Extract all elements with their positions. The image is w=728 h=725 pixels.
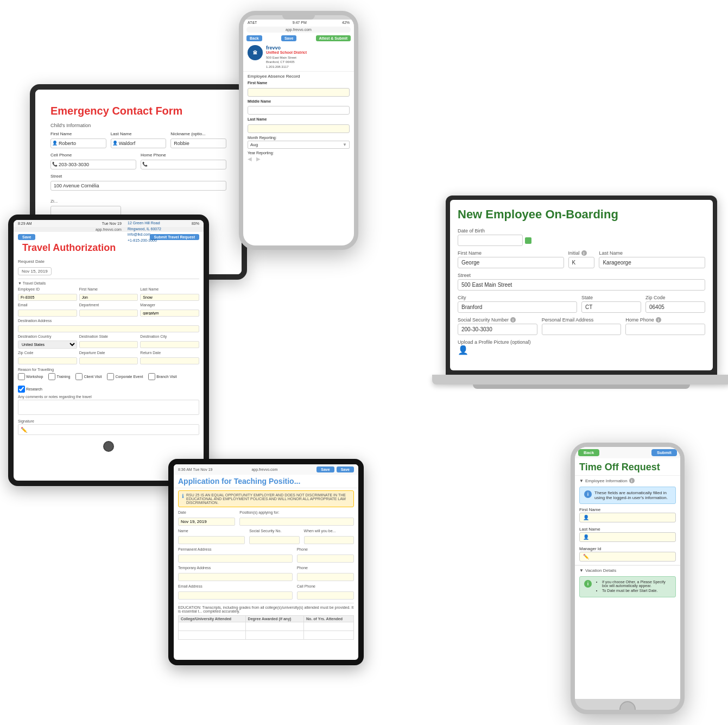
teach-callphone-label: Call Phone bbox=[297, 584, 354, 588]
travel-dept-label: Department bbox=[79, 303, 138, 307]
timeoff-fn-input[interactable]: 👤 bbox=[579, 513, 676, 522]
teaching-save2[interactable]: Save bbox=[337, 466, 354, 472]
city-label-ob: City bbox=[458, 295, 577, 300]
travel-save-btn[interactable]: Save bbox=[18, 234, 35, 240]
return-label: Return Date bbox=[140, 351, 199, 355]
travel-title: Travel Authorization bbox=[18, 242, 123, 254]
phone-home-button[interactable] bbox=[619, 701, 636, 714]
travel-ln-input[interactable] bbox=[140, 294, 199, 301]
dob-label: Date of Birth bbox=[458, 228, 555, 234]
dest-city-input[interactable] bbox=[140, 341, 199, 348]
laptop-base-bottom bbox=[473, 384, 690, 389]
cb-workshop[interactable] bbox=[18, 373, 25, 380]
timeoff-mgr-input[interactable]: ✏️ bbox=[579, 552, 676, 562]
ssn-info-icon: i bbox=[510, 317, 516, 323]
homephone-label-ob: Home Phone i bbox=[625, 317, 705, 323]
save-btn[interactable]: Save bbox=[281, 35, 296, 41]
reason-label: Reason for Travelling bbox=[18, 368, 199, 371]
info-circle: i bbox=[584, 490, 592, 498]
fn-field-icon: 👤 bbox=[583, 515, 589, 520]
first-name-input[interactable] bbox=[50, 138, 106, 148]
cell-phone-input[interactable] bbox=[50, 160, 136, 169]
return-input[interactable] bbox=[140, 357, 199, 364]
departure-input[interactable] bbox=[79, 357, 138, 364]
req-date-label: Request Date bbox=[18, 259, 199, 264]
dob-input[interactable] bbox=[458, 235, 523, 246]
timeoff-back-btn[interactable]: Back bbox=[578, 449, 599, 456]
state-input-ob[interactable] bbox=[581, 301, 641, 313]
phone-toolbar: Back Save Attest & Submit bbox=[243, 34, 354, 43]
form-title: Employee Absence Record bbox=[248, 74, 350, 79]
cb-research[interactable] bbox=[18, 386, 25, 393]
dest-state-input[interactable] bbox=[79, 341, 138, 348]
teaching-save1[interactable]: Save bbox=[316, 466, 334, 472]
edu-col2: Degree Awarded (if any) bbox=[245, 616, 303, 622]
city-input-ob[interactable] bbox=[458, 301, 577, 313]
dest-zip-label: Zip Code bbox=[18, 351, 77, 355]
mgr-field-icon: ✏️ bbox=[583, 554, 589, 559]
travel-day: Tue Nov 19 bbox=[102, 222, 122, 225]
middlename-field[interactable] bbox=[248, 106, 350, 115]
first-name-input-ob[interactable] bbox=[458, 257, 564, 268]
teach-ssn-input[interactable] bbox=[249, 536, 299, 544]
teach-phone2-input[interactable] bbox=[297, 573, 354, 581]
last-name-input-ob[interactable] bbox=[599, 257, 705, 268]
info-icon: i bbox=[581, 250, 587, 256]
url-bar[interactable]: app.frevvo.com bbox=[246, 27, 351, 33]
lastname-label: Last Name bbox=[248, 117, 350, 121]
homephone-input-ob[interactable] bbox=[625, 324, 705, 335]
teach-phone1-input[interactable] bbox=[297, 554, 354, 563]
cb-client-visit[interactable] bbox=[75, 373, 83, 380]
ssn-input-ob[interactable] bbox=[458, 324, 537, 335]
cb-branch[interactable] bbox=[148, 373, 155, 380]
onboarding-title: New Employee On-Boarding bbox=[458, 207, 705, 222]
firstname-field[interactable] bbox=[248, 88, 350, 97]
zip-input-ob[interactable] bbox=[645, 301, 705, 313]
travel-mgr-input[interactable] bbox=[140, 310, 199, 317]
travel-fn-input[interactable] bbox=[79, 294, 138, 301]
dest-zip-input[interactable] bbox=[18, 357, 77, 364]
first-name-label-ob: First Name bbox=[458, 250, 564, 256]
edu-col1: College/University Attended bbox=[179, 616, 246, 622]
teaching-url: app.frevvo.com bbox=[251, 468, 277, 471]
comments-input[interactable] bbox=[18, 400, 199, 415]
street-input-ob[interactable] bbox=[458, 279, 705, 291]
initial-label: Initial i bbox=[568, 250, 595, 256]
timeoff-ln-input[interactable]: 👤 bbox=[579, 532, 676, 542]
tablet-home-button[interactable] bbox=[103, 441, 114, 452]
nickname-input[interactable] bbox=[170, 138, 226, 148]
cb-training[interactable] bbox=[48, 373, 55, 380]
timeoff-toolbar: Back Submit bbox=[575, 447, 680, 458]
emp-id-input[interactable] bbox=[18, 294, 77, 301]
attest-submit-btn[interactable]: Attest & Submit bbox=[316, 35, 351, 41]
teach-email-input[interactable] bbox=[178, 591, 293, 600]
home-phone-input[interactable] bbox=[141, 160, 226, 169]
teach-callphone-input[interactable] bbox=[297, 591, 354, 600]
lastname-field[interactable] bbox=[248, 124, 350, 133]
back-btn[interactable]: Back bbox=[246, 35, 262, 41]
street-input[interactable] bbox=[50, 181, 226, 191]
zip-label-ob: Zip Code bbox=[645, 295, 705, 300]
teach-position-input[interactable] bbox=[239, 518, 354, 526]
email-input-ob[interactable] bbox=[542, 324, 622, 335]
travel-dest-input[interactable] bbox=[18, 325, 199, 332]
last-name-input[interactable] bbox=[111, 138, 167, 148]
teach-when-input[interactable] bbox=[304, 536, 354, 544]
teach-name-input[interactable] bbox=[178, 536, 245, 544]
teach-date-input[interactable] bbox=[178, 518, 235, 526]
travel-dept-input[interactable] bbox=[79, 310, 138, 317]
timeoff-submit-btn[interactable]: Submit bbox=[651, 449, 677, 456]
street-label-ob: Street bbox=[458, 273, 705, 278]
carrier: AT&T bbox=[248, 21, 257, 24]
person-icon: 👤 bbox=[52, 141, 58, 146]
year-label: Year Reporting: bbox=[248, 151, 274, 155]
travel-email-input[interactable] bbox=[18, 310, 77, 317]
teach-perm-input[interactable] bbox=[178, 554, 293, 563]
cb-corporate[interactable] bbox=[107, 373, 114, 380]
upload-icon[interactable]: 👤 bbox=[458, 345, 469, 355]
initial-input[interactable] bbox=[568, 257, 595, 268]
dest-country-select[interactable]: United States bbox=[18, 341, 77, 349]
home-label: Home Phone bbox=[141, 153, 226, 157]
travel-form-content: Request Date Nov 15, 2019 ▼ Travel Detai… bbox=[14, 256, 204, 438]
teach-temp-input[interactable] bbox=[178, 573, 293, 581]
